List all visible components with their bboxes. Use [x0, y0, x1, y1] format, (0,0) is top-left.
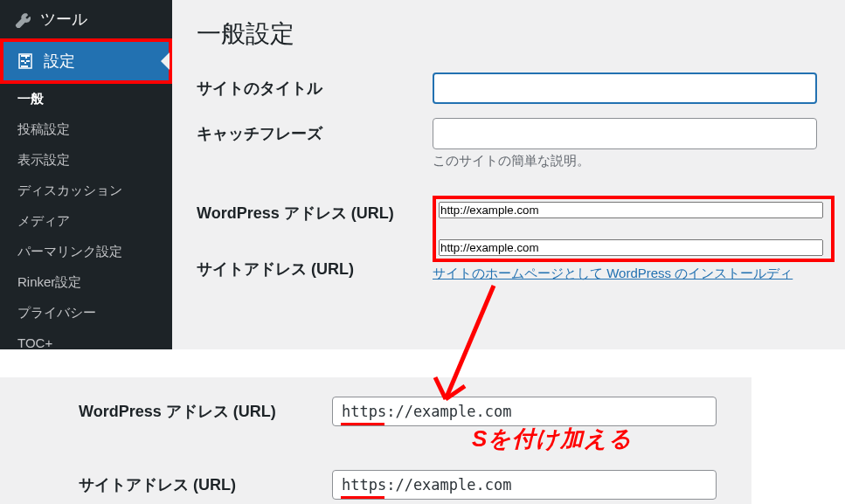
sidebar-sub-media[interactable]: メディア — [0, 206, 172, 237]
wrench-icon — [12, 10, 31, 29]
sidebar-sub-general[interactable]: 一般 — [0, 84, 172, 114]
sidebar-menu-settings[interactable]: 設定 — [3, 42, 169, 80]
sidebar-menu-label: ツール — [40, 9, 87, 30]
tagline-input[interactable] — [433, 118, 817, 149]
sidebar-menu-label: 設定 — [44, 51, 75, 72]
lower-site-url-label: サイトアドレス (URL) — [79, 474, 332, 495]
page-title: 一般設定 — [197, 9, 835, 51]
site-url-label: サイトアドレス (URL) — [197, 252, 433, 287]
wp-url-input[interactable] — [439, 202, 823, 218]
sidebar-menu-tools[interactable]: ツール — [0, 0, 172, 38]
sidebar-sub-permalink[interactable]: パーマリンク設定 — [0, 237, 172, 267]
wp-url-label: WordPress アドレス (URL) — [197, 196, 433, 231]
sidebar-sub-rinker[interactable]: Rinker設定 — [0, 267, 172, 298]
site-url-help-link[interactable]: サイトのホームページとして WordPress のインストールディ — [433, 266, 793, 280]
lower-site-url-input[interactable] — [332, 470, 717, 500]
tagline-desc: このサイトの簡単な説明。 — [433, 153, 835, 169]
site-title-input[interactable] — [433, 72, 817, 104]
tagline-label: キャッチフレーズ — [197, 118, 433, 144]
admin-sidebar: ツール 設定 一般 投稿設定 表示設定 ディスカッション メディア パーマリンク… — [0, 0, 172, 349]
sidebar-sub-toc[interactable]: TOC+ — [0, 328, 172, 357]
annotation-text: Sを付け加える — [472, 424, 633, 454]
sidebar-sub-privacy[interactable]: プライバシー — [0, 298, 172, 328]
sliders-icon — [16, 52, 35, 71]
instruction-panel: WordPress アドレス (URL) サイトアドレス (URL) Sを付け加… — [0, 377, 751, 504]
lower-wp-url-label: WordPress アドレス (URL) — [79, 401, 332, 422]
site-title-label: サイトのタイトル — [197, 78, 433, 99]
underline-annotation — [341, 423, 384, 425]
sidebar-sub-reading[interactable]: 表示設定 — [0, 145, 172, 176]
underline-annotation — [341, 496, 384, 499]
sidebar-sub-discussion[interactable]: ディスカッション — [0, 176, 172, 206]
sidebar-sub-writing[interactable]: 投稿設定 — [0, 114, 172, 145]
site-url-input[interactable] — [439, 239, 823, 256]
url-highlight-box — [433, 196, 835, 262]
arrow-annotation — [411, 281, 533, 421]
